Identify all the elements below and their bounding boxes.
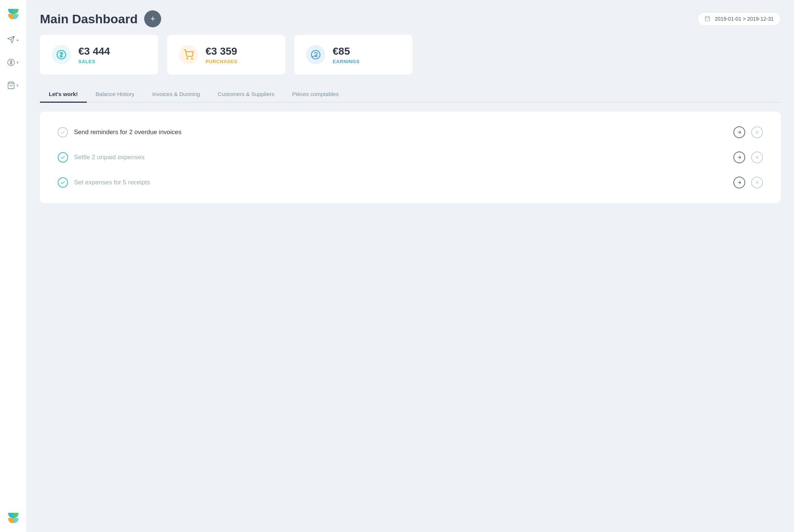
task-action-button-1[interactable]	[733, 126, 745, 138]
chevron-icon-3: ▼	[16, 83, 20, 88]
svg-point-10	[191, 58, 192, 59]
task-check-3[interactable]	[58, 177, 68, 188]
task-dismiss-button-2[interactable]	[751, 151, 763, 163]
header-left: Main Dashboard +	[40, 10, 161, 27]
tab-customers-suppliers[interactable]: Customers & Suppliers	[209, 86, 283, 103]
date-range-selector[interactable]: 2019-01-01 > 2019-12-31	[698, 12, 781, 26]
task-check-2[interactable]	[58, 152, 68, 163]
sidebar: ▲ ▼ ▼	[0, 0, 27, 532]
task-action-button-2[interactable]	[733, 151, 745, 163]
task-item-receipts: Set expenses for 5 receipts	[58, 177, 763, 188]
kpi-info-purchases: €3 359 PURCHASES	[206, 45, 237, 64]
task-action-button-3[interactable]	[733, 177, 745, 188]
page-title: Main Dashboard	[40, 12, 138, 26]
date-range-text: 2019-01-01 > 2019-12-31	[715, 16, 774, 22]
plus-icon: +	[150, 15, 155, 23]
task-dismiss-button-3[interactable]	[751, 177, 763, 188]
task-check-1[interactable]	[58, 127, 68, 137]
tab-lets-work[interactable]: Let's work!	[40, 86, 87, 103]
task-text-1: Send reminders for 2 overdue invoices	[74, 129, 727, 136]
kpi-info-earnings: €85 EARNINGS	[333, 45, 360, 64]
calendar-icon	[705, 16, 710, 23]
kpi-row: €3 444 SALES €3 359 PURCHASES	[40, 35, 781, 75]
add-button[interactable]: +	[144, 10, 161, 27]
purchases-label: PURCHASES	[206, 59, 237, 64]
task-panel: Send reminders for 2 overdue invoices	[40, 112, 781, 203]
sales-label: SALES	[78, 59, 110, 64]
tab-bar: Let's work! Balance History Invoices & D…	[40, 86, 781, 103]
header: Main Dashboard + 2019-01-01 > 2019-12-31	[27, 0, 794, 35]
task-text-2: Settle 2 unpaid expenses	[74, 154, 727, 161]
purchases-amount: €3 359	[206, 45, 237, 57]
content-area: €3 444 SALES €3 359 PURCHASES	[27, 35, 794, 532]
earnings-icon-circle	[306, 45, 325, 64]
sidebar-bottom-logo	[5, 510, 21, 526]
task-dismiss-button-1[interactable]	[751, 126, 763, 138]
earnings-label: EARNINGS	[333, 59, 360, 64]
task-item-reminders: Send reminders for 2 overdue invoices	[58, 126, 763, 138]
earnings-amount: €85	[333, 45, 360, 57]
svg-rect-4	[705, 16, 710, 21]
kpi-card-earnings: €85 EARNINGS	[294, 35, 413, 75]
task-item-expenses: Settle 2 unpaid expenses	[58, 151, 763, 163]
purchases-icon-circle	[179, 45, 198, 64]
tab-balance-history[interactable]: Balance History	[87, 86, 143, 103]
tab-pieces-comptables[interactable]: Pièces comptables	[283, 86, 347, 103]
chevron-icon-2: ▼	[16, 61, 20, 65]
task-text-3: Set expenses for 5 receipts	[74, 179, 727, 186]
kpi-card-purchases: €3 359 PURCHASES	[167, 35, 285, 75]
sales-amount: €3 444	[78, 45, 110, 57]
chevron-icon: ▲	[16, 38, 20, 42]
tab-invoices-dunning[interactable]: Invoices & Dunning	[143, 86, 209, 103]
sidebar-item-dollar[interactable]: ▼	[4, 55, 23, 69]
svg-point-9	[187, 58, 187, 59]
sales-icon-circle	[52, 45, 71, 64]
sidebar-item-plane[interactable]: ▲	[4, 33, 23, 47]
sidebar-item-cart[interactable]: ▼	[4, 78, 23, 92]
kpi-card-sales: €3 444 SALES	[40, 35, 158, 75]
logo[interactable]	[5, 6, 21, 24]
kpi-info-sales: €3 444 SALES	[78, 45, 110, 64]
main-content: Main Dashboard + 2019-01-01 > 2019-12-31	[27, 0, 794, 532]
